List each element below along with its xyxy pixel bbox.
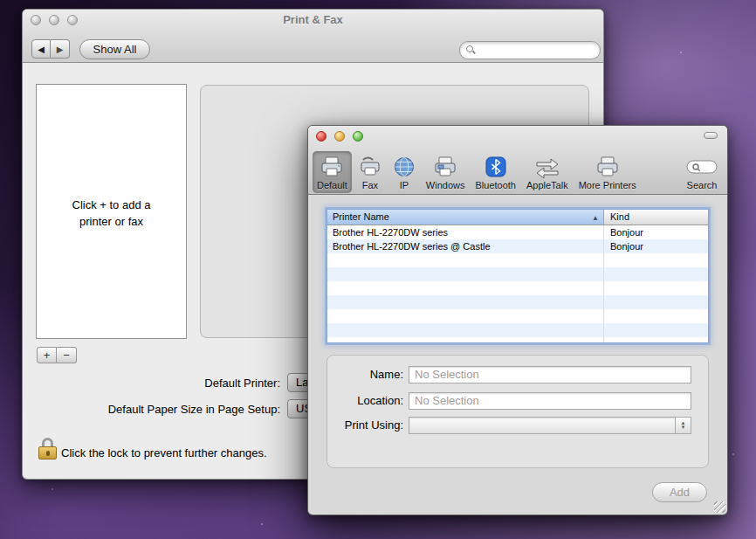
print-fax-titlebar[interactable]: Print & Fax ◀ ▶ Show All: [23, 10, 603, 63]
toolbar-item-appletalk[interactable]: AppleTalk: [522, 151, 573, 193]
default-printer-label: Default Printer:: [110, 377, 280, 390]
paper-size-label: Default Paper Size in Page Setup:: [58, 403, 280, 416]
printer-name-cell: Brother HL-2270DW series @ Castle: [333, 239, 491, 253]
window-title: Print & Fax: [23, 13, 603, 26]
bluetooth-icon: [485, 154, 506, 179]
toolbar-item-label: IP: [400, 180, 409, 190]
sort-asc-icon: ▲: [592, 211, 599, 225]
forward-button[interactable]: ▶: [51, 39, 70, 59]
toolbar-item-default[interactable]: Default: [313, 151, 352, 193]
add-printer-toolbar: Default Fax IP: [313, 145, 724, 193]
stepper-icon: ▲ ▼: [675, 418, 691, 433]
table-row[interactable]: Brother HL-2270DW series Bonjour: [327, 225, 708, 239]
printer-browser-table: Printer Name ▲ Kind Brother HL-2270DW se…: [326, 209, 709, 343]
toolbar-item-label: Bluetooth: [475, 180, 515, 190]
appletalk-icon: [534, 154, 560, 179]
toolbar-collapse-button[interactable]: [704, 132, 718, 139]
name-label: Name:: [331, 366, 403, 384]
toolbar-item-windows[interactable]: Windows: [422, 151, 470, 193]
remove-printer-button[interactable]: −: [57, 347, 77, 363]
add-printer-titlebar[interactable]: Default Fax IP: [308, 126, 727, 195]
printer-info-panel: Name: No Selection Location: No Selectio…: [326, 355, 709, 468]
search-input[interactable]: [459, 41, 601, 59]
toolbar-item-label: More Printers: [579, 180, 636, 190]
table-row[interactable]: Brother HL-2270DW series @ Castle Bonjou…: [327, 239, 708, 253]
printer-name-header-label: Printer Name: [333, 211, 389, 222]
add-printer-window: Default Fax IP: [307, 125, 728, 515]
more-printers-icon: [595, 154, 620, 179]
table-header: Printer Name ▲ Kind: [327, 210, 708, 225]
toolbar-item-fax[interactable]: Fax: [354, 151, 387, 193]
stepper-down-icon: ▼: [681, 425, 686, 430]
printer-kind-cell: Bonjour: [610, 239, 643, 253]
toolbar-item-bluetooth[interactable]: Bluetooth: [471, 151, 519, 193]
close-button[interactable]: [316, 131, 326, 142]
print-using-dropdown[interactable]: ▲ ▼: [409, 417, 691, 434]
column-header-kind[interactable]: Kind: [604, 210, 708, 225]
globe-icon: [393, 154, 416, 179]
lock-body: [38, 446, 57, 460]
printer-name-cell: Brother HL-2270DW series: [333, 225, 448, 239]
show-all-button[interactable]: Show All: [79, 39, 150, 59]
zoom-button[interactable]: [353, 131, 363, 142]
resize-grip[interactable]: [714, 501, 725, 513]
empty-list-text: Click + to add a printer or fax: [37, 197, 186, 230]
toolbar-item-search[interactable]: Search: [682, 151, 722, 193]
printer-rows: Brother HL-2270DW series Bonjour Brother…: [327, 225, 708, 342]
location-field[interactable]: No Selection: [409, 392, 691, 410]
print-using-label: Print Using:: [331, 417, 403, 434]
add-printer-button[interactable]: +: [37, 347, 57, 363]
list-edit-buttons: + −: [37, 347, 77, 363]
toolbar-item-label: Default: [317, 180, 347, 190]
lock-icon[interactable]: [38, 438, 58, 462]
desktop: Print & Fax ◀ ▶ Show All Click + to add …: [0, 0, 756, 539]
forward-icon: ▶: [57, 45, 64, 54]
search-icon: [466, 45, 473, 52]
toolbar-item-more-printers[interactable]: More Printers: [574, 151, 641, 193]
nav-buttons: ◀ ▶: [31, 39, 70, 59]
toolbar-item-label: Search: [687, 180, 718, 190]
back-button[interactable]: ◀: [31, 39, 51, 59]
traffic-lights: [316, 131, 363, 142]
location-label: Location:: [331, 392, 403, 410]
lock-text: Click the lock to prevent further change…: [61, 446, 267, 460]
back-icon: ◀: [38, 45, 45, 54]
toolbar-item-label: Fax: [362, 180, 378, 190]
printer-list-empty[interactable]: Click + to add a printer or fax: [36, 84, 187, 339]
toolbar-item-ip[interactable]: IP: [388, 151, 420, 193]
column-header-printer-name[interactable]: Printer Name ▲: [327, 210, 604, 225]
search-pill-icon: [686, 154, 718, 179]
fax-icon: [358, 154, 382, 179]
add-button[interactable]: Add: [652, 482, 707, 502]
empty-list-line2: printer or fax: [37, 213, 186, 230]
empty-list-line1: Click + to add a: [37, 197, 186, 213]
minimize-button[interactable]: [334, 131, 345, 142]
toolbar-item-label: AppleTalk: [526, 180, 568, 190]
printer-kind-cell: Bonjour: [610, 225, 643, 239]
toolbar-item-label: Windows: [426, 180, 465, 190]
windows-printer-icon: [433, 154, 457, 179]
printer-icon: [320, 154, 344, 179]
name-field[interactable]: No Selection: [409, 366, 691, 384]
